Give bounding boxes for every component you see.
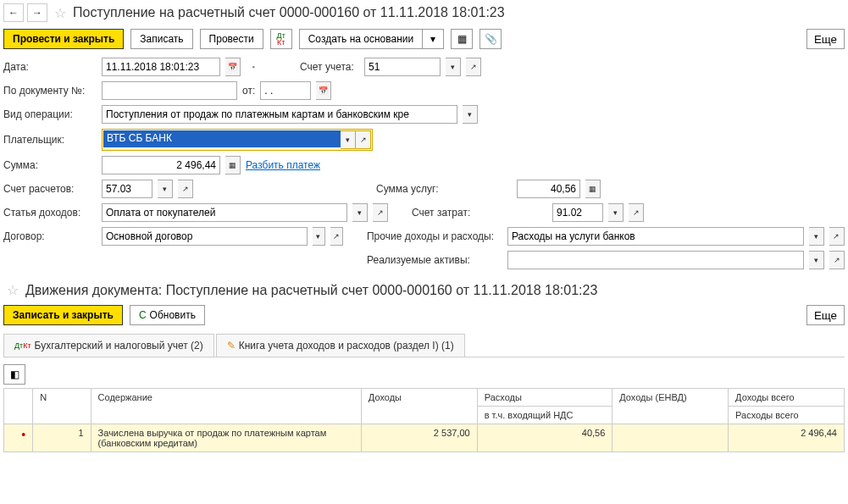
- open-icon[interactable]: ↗: [629, 203, 644, 222]
- dropdown-icon[interactable]: ▾: [463, 105, 478, 124]
- acct-ucheta-input[interactable]: [364, 58, 441, 76]
- table-row[interactable]: • 1 Зачислена выручка от продаж по плате…: [4, 424, 845, 452]
- cell-total: 2 496,44: [729, 424, 845, 452]
- income-item-input[interactable]: [102, 203, 347, 222]
- cell-income: 2 537,00: [361, 424, 477, 452]
- section-title: Движения документа: Поступление на расче…: [25, 283, 597, 298]
- movements-table: N Содержание Доходы Расходы Доходы (ЕНВД…: [3, 388, 845, 452]
- cost-acct-input[interactable]: [552, 203, 603, 222]
- open-icon[interactable]: ↗: [330, 227, 343, 246]
- col-nds: в т.ч. входящий НДС: [477, 407, 612, 424]
- open-icon[interactable]: ↗: [373, 203, 388, 222]
- contract-label: Договор:: [3, 230, 97, 242]
- sum-label: Сумма:: [3, 159, 97, 171]
- col-income-envd: Доходы (ЕНВД): [612, 389, 729, 424]
- acct-ucheta-label: Счет учета:: [300, 61, 359, 73]
- acct-calc-label: Счет расчетов:: [3, 183, 97, 195]
- date-action-icon[interactable]: ▪: [246, 58, 261, 76]
- save-button[interactable]: Записать: [130, 29, 192, 49]
- open-icon[interactable]: ↗: [178, 180, 193, 198]
- doc-num-label: По документу №:: [3, 85, 97, 97]
- favorite-icon[interactable]: ☆: [7, 282, 19, 298]
- op-type-input[interactable]: [102, 105, 457, 124]
- contract-input[interactable]: [102, 227, 308, 246]
- create-based-dropdown[interactable]: ▾: [422, 29, 444, 49]
- ot-label: от:: [242, 85, 255, 97]
- split-payment-link[interactable]: Разбить платеж: [246, 159, 320, 171]
- date-input[interactable]: [102, 58, 220, 76]
- col-income: Доходы: [361, 389, 477, 424]
- dropdown-icon[interactable]: ▾: [341, 130, 356, 149]
- dropdown-icon[interactable]: ▾: [352, 203, 368, 222]
- dropdown-icon[interactable]: ▾: [809, 227, 824, 246]
- other-label: Прочие доходы и расходы:: [367, 230, 502, 242]
- favorite-icon[interactable]: ☆: [54, 5, 66, 21]
- cell-n: 1: [33, 424, 91, 452]
- post-and-close-button[interactable]: Провести и закрыть: [3, 29, 124, 49]
- post-button[interactable]: Провести: [200, 29, 263, 49]
- calc-icon[interactable]: ▦: [225, 156, 241, 174]
- open-icon[interactable]: ↗: [466, 58, 481, 76]
- col-income-total: Доходы всего: [729, 389, 845, 407]
- dropdown-icon[interactable]: ▾: [446, 58, 461, 76]
- attach-button[interactable]: 📎: [479, 29, 502, 49]
- cell-expense: 40,56: [477, 424, 612, 452]
- cell-content: Зачислена выручка от продаж по платежным…: [91, 424, 361, 452]
- col-content: Содержание: [91, 389, 361, 424]
- toggle-icon[interactable]: ◧: [3, 364, 25, 385]
- col-n: N: [33, 389, 91, 424]
- assets-input[interactable]: [507, 251, 804, 269]
- other-input[interactable]: [507, 227, 804, 246]
- nav-forward-button[interactable]: →: [27, 3, 47, 22]
- bullet-icon: •: [21, 428, 25, 441]
- calendar-icon[interactable]: 📅: [225, 58, 241, 76]
- open-icon[interactable]: ↗: [356, 130, 371, 149]
- dropdown-icon[interactable]: ▾: [608, 203, 624, 222]
- doc-num-input[interactable]: [102, 81, 237, 100]
- col-expense: Расходы: [477, 389, 612, 407]
- op-type-label: Вид операции:: [3, 108, 97, 120]
- open-icon[interactable]: ↗: [829, 251, 845, 269]
- calendar-icon[interactable]: 📅: [316, 81, 331, 100]
- sum-input[interactable]: [102, 156, 220, 174]
- doc-date-input[interactable]: [260, 81, 311, 100]
- income-item-label: Статья доходов:: [3, 207, 97, 219]
- service-sum-input[interactable]: [517, 180, 580, 198]
- tab-income-book[interactable]: ✎ Книга учета доходов и расходов (раздел…: [216, 334, 465, 357]
- cell-envd-highlighted: [612, 424, 729, 452]
- payer-input[interactable]: ВТБ СБ БАНК: [103, 130, 341, 147]
- create-based-button[interactable]: Создать на основании: [299, 29, 423, 49]
- open-icon[interactable]: ↗: [829, 227, 845, 246]
- assets-label: Реализуемые активы:: [367, 254, 502, 266]
- structure-button[interactable]: ▦: [451, 29, 473, 49]
- more-button[interactable]: Еще: [806, 29, 845, 49]
- dropdown-icon[interactable]: ▾: [158, 180, 173, 198]
- dropdown-icon[interactable]: ▾: [809, 251, 824, 269]
- refresh-button[interactable]: С Обновить: [130, 305, 205, 325]
- tab-accounting[interactable]: ДтКт Бухгалтерский и налоговый учет (2): [3, 334, 214, 357]
- col-expense-total: Расходы всего: [729, 407, 845, 424]
- dtkt-button[interactable]: ДтКт: [270, 29, 292, 49]
- nav-back-button[interactable]: ←: [3, 3, 24, 22]
- acct-calc-input[interactable]: [102, 180, 152, 198]
- service-sum-label: Сумма услуг:: [376, 183, 512, 195]
- dropdown-icon[interactable]: ▾: [313, 227, 325, 246]
- more-button[interactable]: Еще: [806, 305, 845, 325]
- page-title: Поступление на расчетный счет 0000-00016…: [73, 5, 505, 20]
- payer-label: Плательщик:: [3, 134, 97, 146]
- save-close-button[interactable]: Записать и закрыть: [3, 305, 123, 325]
- calc-icon[interactable]: ▦: [585, 180, 601, 198]
- date-label: Дата:: [3, 61, 97, 73]
- cost-acct-label: Счет затрат:: [412, 207, 547, 219]
